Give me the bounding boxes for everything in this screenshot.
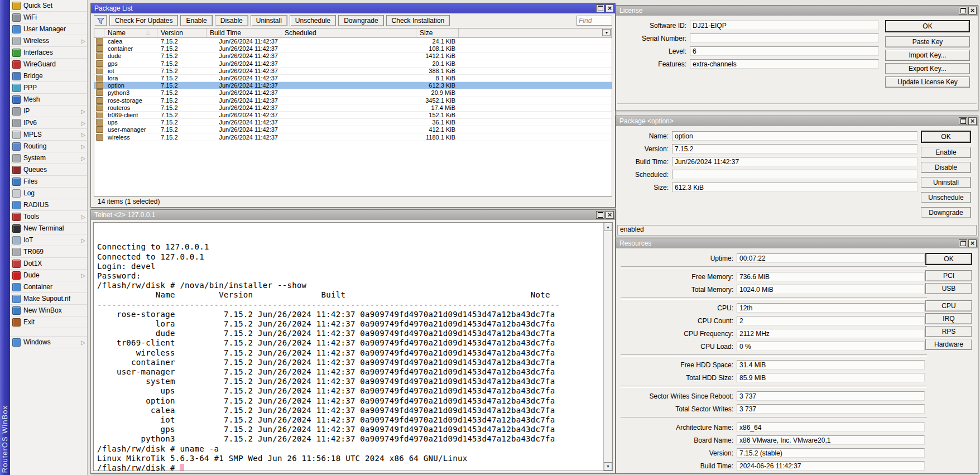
license-titlebar[interactable]: License ×: [616, 6, 978, 16]
sidebar-item-iot[interactable]: IoT▷: [10, 234, 87, 246]
sidebar-item-windows[interactable]: Windows▷: [10, 337, 87, 348]
field-value-features[interactable]: extra-channels: [690, 59, 879, 69]
scroll-down-icon[interactable]: ▼: [604, 462, 612, 471]
export-key-button[interactable]: Export Key...: [885, 63, 970, 74]
hardware-button[interactable]: Hardware: [925, 339, 972, 350]
maximize-button[interactable]: [959, 117, 967, 125]
ok-button[interactable]: OK: [885, 20, 970, 32]
irq-button[interactable]: IRQ: [925, 313, 972, 324]
cpu-button[interactable]: CPU: [925, 300, 972, 311]
sidebar-item-log[interactable]: Log: [10, 188, 87, 199]
field-value-build-time[interactable]: Jun/26/2024 11:42:37: [672, 157, 917, 166]
scroll-up-icon[interactable]: ▲: [604, 223, 612, 231]
sidebar-item-user-manager[interactable]: User Manager: [10, 23, 87, 35]
column-dropdown-button[interactable]: ▼: [602, 29, 611, 36]
telnet-titlebar[interactable]: Telnet <2> 127.0.0.1 ×: [91, 210, 615, 220]
column-header-version[interactable]: Version: [157, 28, 206, 37]
unschedule-button[interactable]: Unschedule: [921, 192, 971, 203]
uninstall-button[interactable]: Uninstall: [251, 15, 287, 26]
table-row[interactable]: tr069-client7.15.2Jun/26/2024 11:42:3715…: [94, 112, 612, 119]
ok-button[interactable]: OK: [925, 253, 972, 265]
column-header-scheduled[interactable]: Scheduled: [281, 28, 416, 37]
table-row[interactable]: user-manager7.15.2Jun/26/2024 11:42:3741…: [94, 126, 612, 133]
field-value-software-id[interactable]: DJ21-EIQP: [690, 21, 879, 30]
resources-titlebar[interactable]: Resources ×: [616, 238, 978, 248]
sidebar-item-new-winbox[interactable]: New WinBox: [10, 305, 87, 316]
sidebar-item-ppp[interactable]: PPP: [10, 82, 87, 94]
field-value-version[interactable]: 7.15.2: [672, 144, 917, 153]
sidebar-item-tr069[interactable]: TR069: [10, 246, 87, 258]
sidebar-item-container[interactable]: Container: [10, 281, 87, 293]
sidebar-item-make-supout-rif[interactable]: Make Supout.rif: [10, 293, 87, 305]
table-row[interactable]: lora7.15.2Jun/26/2024 11:42:378.1 KiB: [94, 75, 612, 82]
table-row[interactable]: gps7.15.2Jun/26/2024 11:42:3720.1 KiB: [94, 60, 612, 68]
sidebar-item-queues[interactable]: Queues: [10, 164, 87, 176]
table-row[interactable]: routeros7.15.2Jun/26/2024 11:42:3717.4 M…: [94, 104, 612, 112]
table-row[interactable]: rose-storage7.15.2Jun/26/2024 11:42:3734…: [94, 97, 612, 104]
table-row[interactable]: ups7.15.2Jun/26/2024 11:42:3736.1 KiB: [94, 119, 612, 126]
close-button[interactable]: ×: [968, 117, 977, 125]
sidebar-item-mesh[interactable]: Mesh: [10, 94, 87, 105]
uninstall-button[interactable]: Uninstall: [921, 177, 971, 188]
scroll-track[interactable]: [604, 231, 612, 462]
sidebar-item-dot1x[interactable]: Dot1X: [10, 258, 87, 270]
downgrade-button[interactable]: Downgrade: [921, 207, 971, 218]
table-row[interactable]: option7.15.2Jun/26/2024 11:42:37612.3 Ki…: [94, 82, 612, 89]
sidebar-item-ip[interactable]: IP▷: [10, 105, 87, 117]
sidebar-item-system[interactable]: System▷: [10, 152, 87, 164]
terminal-area[interactable]: Connecting to 127.0.0.1 Connected to 127…: [93, 222, 613, 471]
maximize-button[interactable]: [959, 7, 967, 15]
pci-button[interactable]: PCI: [925, 270, 972, 281]
disable-button[interactable]: Disable: [215, 15, 248, 26]
package-option-titlebar[interactable]: Package <option> ×: [616, 116, 978, 126]
table-row[interactable]: calea7.15.2Jun/26/2024 11:42:3724.1 KiB: [94, 38, 612, 45]
import-key-button[interactable]: Import Key...: [885, 50, 970, 61]
column-header-size[interactable]: Size: [416, 28, 459, 37]
field-value-size[interactable]: 612.3 KiB: [672, 183, 917, 192]
close-button[interactable]: ×: [968, 7, 977, 15]
column-header-name[interactable]: Name△: [104, 28, 157, 37]
maximize-button[interactable]: [596, 211, 604, 219]
update-license-key-button[interactable]: Update License Key: [885, 76, 970, 88]
rps-button[interactable]: RPS: [925, 326, 972, 337]
sidebar-item-new-terminal[interactable]: New Terminal: [10, 223, 87, 234]
enable-button[interactable]: Enable: [921, 147, 971, 158]
sidebar-item-quick-set[interactable]: Quick Set: [10, 0, 87, 12]
terminal-scrollbar[interactable]: ▲ ▼: [603, 223, 612, 471]
table-row[interactable]: container7.15.2Jun/26/2024 11:42:37108.1…: [94, 45, 612, 52]
table-row[interactable]: iot7.15.2Jun/26/2024 11:42:37388.1 KiB: [94, 68, 612, 75]
field-value-scheduled[interactable]: [672, 170, 917, 179]
maximize-button[interactable]: [596, 4, 604, 12]
sidebar-item-wireless[interactable]: Wireless▷: [10, 35, 87, 47]
downgrade-button[interactable]: Downgrade: [338, 15, 383, 26]
maximize-button[interactable]: [959, 239, 967, 247]
sidebar-item-files[interactable]: Files: [10, 176, 87, 188]
sidebar-item-routing[interactable]: Routing▷: [10, 141, 87, 152]
find-input[interactable]: [577, 16, 612, 26]
column-header-build-time[interactable]: Build Time: [206, 28, 281, 37]
sidebar-item-dude[interactable]: Dude▷: [10, 270, 87, 281]
sidebar-item-wireguard[interactable]: WireGuard: [10, 59, 87, 70]
paste-key-button[interactable]: Paste Key: [885, 36, 970, 47]
enable-button[interactable]: Enable: [180, 15, 212, 26]
check-installation-button[interactable]: Check Installation: [386, 15, 450, 26]
package-list-titlebar[interactable]: Package List ×: [91, 3, 615, 13]
filter-button[interactable]: [94, 15, 107, 26]
sidebar-item-exit[interactable]: Exit: [10, 316, 87, 328]
ok-button[interactable]: OK: [921, 131, 971, 143]
field-value-serial-number[interactable]: [690, 33, 879, 43]
table-row[interactable]: dude7.15.2Jun/26/2024 11:42:371412.1 KiB: [94, 52, 612, 60]
terminal-output[interactable]: Connecting to 127.0.0.1 Connected to 127…: [94, 223, 603, 471]
sidebar-item-mpls[interactable]: MPLS▷: [10, 129, 87, 141]
close-button[interactable]: ×: [968, 239, 977, 247]
close-button[interactable]: ×: [606, 4, 614, 12]
disable-button[interactable]: Disable: [921, 162, 971, 173]
sidebar-item-wifi[interactable]: WiFi: [10, 12, 87, 23]
field-value-name[interactable]: option: [672, 131, 917, 141]
sidebar-item-ipv6[interactable]: IPv6▷: [10, 117, 87, 129]
sidebar-item-interfaces[interactable]: Interfaces: [10, 47, 87, 59]
unschedule-button[interactable]: Unschedule: [290, 15, 336, 26]
sidebar-item-radius[interactable]: RADIUS: [10, 199, 87, 211]
sidebar-item-bridge[interactable]: Bridge: [10, 70, 87, 82]
field-value-level[interactable]: 6: [690, 46, 879, 56]
